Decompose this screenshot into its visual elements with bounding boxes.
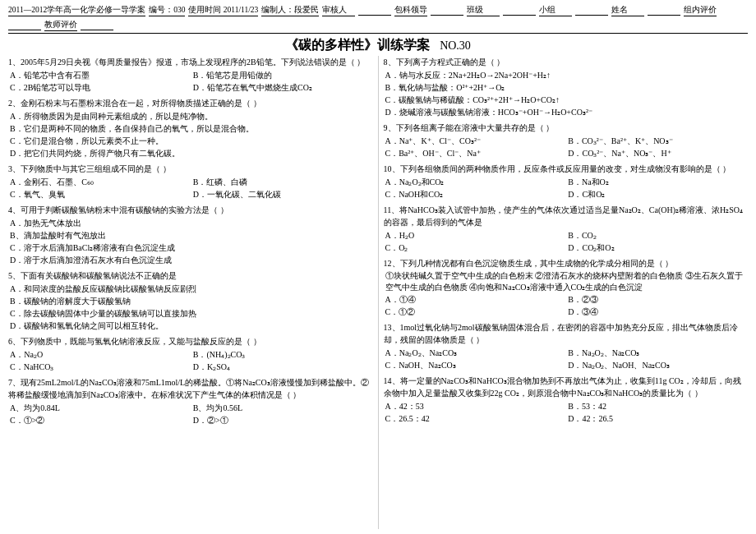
q8-opt-a: A．钠与水反应：2Na+2H₂O→2Na+2OH⁻+H₂↑ xyxy=(385,69,749,81)
q10-title: 10、下列各组物质间的两种物质作用，反应条件或反应用量的改变，对生成物没有影响的… xyxy=(384,163,749,175)
question-13: 13、1mol过氧化钠与2mol碳酸氢钠固体混合后，在密闭的容器中加热充分反应，… xyxy=(384,321,749,371)
q5-opt-d: D．碳酸钠和氢氧化钠之间可以相互转化。 xyxy=(10,320,373,332)
question-14: 14、将一定量的Na₂CO₃和NaHCO₃混合物加热到不再放出气体为止，收集到1… xyxy=(384,375,749,425)
q2-title: 2、金刚石粉末与石墨粉末混合在一起，对所得物质描述正确的是（ ） xyxy=(8,97,373,109)
q13-opt-d: D．Na₂O₂、NaOH、Na₂CO₃ xyxy=(568,359,748,371)
question-8: 8、下列离子方程式正确的是（ ） A．钠与水反应：2Na+2H₂O→2Na+2O… xyxy=(384,56,749,118)
q6-options: A．Na₂O B．(NH₄)₂CO₃ C．NaHCO₃ D．K₂SO₄ xyxy=(8,348,373,373)
q11-opt-c: C．O₂ xyxy=(385,242,565,254)
q7-options: A、均为0.84L B、均为0.56L C．①>② D．②>① xyxy=(8,402,373,426)
q11-opt-a: A．H₂O xyxy=(385,229,565,242)
inner-eval-field[interactable] xyxy=(8,21,41,30)
question-6: 6、下列物质中，既能与氢氧化钠溶液反应，又能与盐酸反应的是（ ） A．Na₂O … xyxy=(8,335,373,373)
q10-opt-a: A．Na₂O₂和CO₂ xyxy=(385,176,565,188)
question-5: 5、下面有关碳酸钠和碳酸氢钠说法不正确的是 A．和同浓度的盐酸反应碳酸钠比碳酸氢… xyxy=(8,269,373,332)
q12-opt-c: C．①② xyxy=(385,306,565,318)
q12-opt-d: D．③④ xyxy=(568,306,748,318)
q9-options: A．Na⁺、K⁺、Cl⁻、CO₃²⁻ B．CO₃²⁻、Ba²⁺、K⁺、NO₃⁻ … xyxy=(384,135,749,159)
question-1: 1、2005年5月29日央视《每周质量报告》报道，市场上发现程序的2B铅笔。下列… xyxy=(8,56,373,94)
header-editor: 编制人：段爱民 xyxy=(261,5,319,16)
q14-opt-d: D．42：26.5 xyxy=(568,412,748,425)
q6-opt-b: B．(NH₄)₂CO₃ xyxy=(193,348,373,361)
q6-opt-c: C．NaHCO₃ xyxy=(10,361,190,373)
header-number: 编号：030 xyxy=(149,5,185,16)
q3-title: 3、下列物质中与其它三组组成不同的是（ ） xyxy=(8,163,373,175)
q10-opt-c: C．NaOH和CO₂ xyxy=(385,188,565,200)
header-package: 包科领导 xyxy=(394,5,427,16)
q14-title: 14、将一定量的Na₂CO₃和NaHCO₃混合物加热到不再放出气体为止，收集到1… xyxy=(384,375,749,399)
q14-options: A．42：53 B．53：42 C．26.5：42 D．42：26.5 xyxy=(384,400,749,425)
q5-opt-b: B．碳酸钠的溶解度大于碳酸氢钠 xyxy=(10,295,373,307)
q7-title: 7、现有25mL2mol/L的Na₂CO₃溶液和75mL1mol/L的稀盐酸。①… xyxy=(8,376,373,401)
q6-title: 6、下列物质中，既能与氢氧化钠溶液反应，又能与盐酸反应的是（ ） xyxy=(8,335,373,348)
q13-opt-b: B．Na₂O₂、Na₂CO₃ xyxy=(568,347,748,359)
q12-opt-b: B．②③ xyxy=(568,293,748,306)
q9-opt-a: A．Na⁺、K⁺、Cl⁻、CO₃²⁻ xyxy=(385,135,565,147)
q7-opt-a: A、均为0.84L xyxy=(10,402,190,414)
q3-opt-d: D．一氧化碳、二氧化碳 xyxy=(193,188,373,200)
q5-opt-a: A．和同浓度的盐酸反应碳酸钠比碳酸氢钠反应剧烈 xyxy=(10,283,373,295)
q5-options: A．和同浓度的盐酸反应碳酸钠比碳酸氢钠反应剧烈 B．碳酸钠的溶解度大于碳酸氢钠 … xyxy=(8,283,373,332)
q3-opt-a: A．金刚石、石墨、C₆₀ xyxy=(10,176,190,188)
q3-opt-b: B．红磷、白磷 xyxy=(193,176,373,188)
q8-title: 8、下列离子方程式正确的是（ ） xyxy=(384,56,749,68)
q8-opt-c: C．碳酸氢钠与稀硫酸：CO₃²⁺+2H⁺→H₂O+CO₂↑ xyxy=(385,94,749,106)
q1-opt-d: D．铅笔芯在氧气中燃烧生成CO₂ xyxy=(193,81,373,94)
content: 1、2005年5月29日央视《每周质量报告》报道，市场上发现程序的2B铅笔。下列… xyxy=(8,56,748,529)
teacher-eval-field[interactable] xyxy=(81,21,113,30)
question-4: 4、可用于判断碳酸氢钠粉末中混有碳酸钠的实验方法是（ ） A．加热无气体放出 B… xyxy=(8,204,373,266)
q2-opt-b: B．它们是两种不同的物质，各自保持自己的氧气，所以是混合物。 xyxy=(10,122,373,135)
q11-opt-b: B．CO₂ xyxy=(568,229,748,242)
reviewer-field[interactable] xyxy=(358,7,391,16)
q4-options: A．加热无气体放出 B、滴加盐酸时有气泡放出 C．溶于水后滴加BaCl₂稀溶液有… xyxy=(8,217,373,266)
q4-opt-b: B、滴加盐酸时有气泡放出 xyxy=(10,229,373,242)
question-3: 3、下列物质中与其它三组组成不同的是（ ） A．金刚石、石墨、C₆₀ B．红磷、… xyxy=(8,163,373,200)
q3-options: A．金刚石、石墨、C₆₀ B．红磷、白磷 C．氧气、臭氧 D．一氧化碳、二氧化碳 xyxy=(8,176,373,200)
q13-title: 13、1mol过氧化钠与2mol碳酸氢钠固体混合后，在密闭的容器中加热充分反应，… xyxy=(384,321,749,346)
no-label: NO.30 xyxy=(440,39,471,52)
q6-opt-d: D．K₂SO₄ xyxy=(193,361,373,373)
page: 2011—2012学年高一化学必修一导学案 编号：030 使用时间 2011/1… xyxy=(0,0,756,534)
main-title: 《碳的多样性》训练学案 xyxy=(285,38,430,52)
q8-options: A．钠与水反应：2Na+2H₂O→2Na+2OH⁻+H₂↑ B．氧化钠与盐酸：O… xyxy=(384,69,749,118)
q12-title: 12、下列几种情况都有白色沉淀物质生成，其中生成物的化学成分相同的是（ ） xyxy=(384,257,749,269)
q11-options: A．H₂O B．CO₂ C．O₂ D．CO₂和O₂ xyxy=(384,229,749,254)
q9-opt-d: D．CO₃²⁻、Na⁺、NO₃⁻、H⁺ xyxy=(568,147,748,159)
q6-opt-a: A．Na₂O xyxy=(10,348,190,361)
q7-opt-b: B、均为0.56L xyxy=(193,402,373,414)
q10-opt-b: B．Na和O₂ xyxy=(568,176,748,188)
q5-title: 5、下面有关碳酸钠和碳酸氢钠说法不正确的是 xyxy=(8,269,373,282)
q8-opt-b: B．氧化钠与盐酸：O²⁺+2H⁺→O₂ xyxy=(385,81,749,94)
q2-options: A．所得物质因为是由同种元素组成的，所以是纯净物。 B．它们是两种不同的物质，各… xyxy=(8,110,373,159)
package-field[interactable] xyxy=(431,7,463,16)
q4-opt-c: C．溶于水后滴加BaCl₂稀溶液有白色沉淀生成 xyxy=(10,242,373,254)
q9-opt-c: C．Ba²⁺、OH⁻、Cl⁻、Na⁺ xyxy=(385,147,565,159)
header-teacher-eval: 教师评价 xyxy=(44,20,77,31)
q7-opt-c: C．①>② xyxy=(10,414,190,426)
question-2: 2、金刚石粉末与石墨粉末混合在一起，对所得物质描述正确的是（ ） A．所得物质因… xyxy=(8,97,373,159)
question-11: 11、将NaHCO₃装入试管中加热，使产生的气体依次通过适当足量Na₂O₂、Ca… xyxy=(384,204,749,254)
q14-opt-b: B．53：42 xyxy=(568,400,748,412)
header-group: 小组 xyxy=(539,5,572,16)
q9-title: 9、下列各组离子能在溶液中大量共存的是（ ） xyxy=(384,122,749,134)
question-10: 10、下列各组物质间的两种物质作用，反应条件或反应用量的改变，对生成物没有影响的… xyxy=(384,163,749,200)
group-field[interactable] xyxy=(575,7,608,16)
header-year: 2011—2012学年高一化学必修一导学案 xyxy=(8,5,145,16)
name-field[interactable] xyxy=(648,7,680,16)
q3-opt-c: C．氧气、臭氧 xyxy=(10,188,190,200)
header: 2011—2012学年高一化学必修一导学案 编号：030 使用时间 2011/1… xyxy=(8,5,748,34)
class-field[interactable] xyxy=(503,7,536,16)
q1-opt-a: A．铅笔芯中含有石墨 xyxy=(10,69,190,81)
q13-opt-a: A．Na₂O₂、Na₂CO₃ xyxy=(385,347,565,359)
q2-opt-c: C．它们是混合物，所以元素类不止一种。 xyxy=(10,135,373,147)
q7-opt-d: D．②>① xyxy=(193,414,373,426)
header-name: 姓名 xyxy=(611,5,644,16)
header-class: 班级 xyxy=(467,5,500,16)
question-9: 9、下列各组离子能在溶液中大量共存的是（ ） A．Na⁺、K⁺、Cl⁻、CO₃²… xyxy=(384,122,749,159)
q12-options-text: ①块状纯碱久置于空气中生成的白色粉末 ②澄清石灰水的烧杯内壁附着的白色物质 ③生… xyxy=(384,270,749,293)
q4-title: 4、可用于判断碳酸氢钠粉末中混有碳酸钠的实验方法是（ ） xyxy=(8,204,373,216)
q1-title: 1、2005年5月29日央视《每周质量报告》报道，市场上发现程序的2B铅笔。下列… xyxy=(8,56,373,68)
q8-opt-d: D．烧碱溶液与碳酸氢钠溶液：HCO₃⁻+OH⁻→H₂O+CO₃²⁻ xyxy=(385,106,749,118)
q14-opt-c: C．26.5：42 xyxy=(385,412,565,425)
q1-opt-c: C．2B铅笔芯可以导电 xyxy=(10,81,190,94)
